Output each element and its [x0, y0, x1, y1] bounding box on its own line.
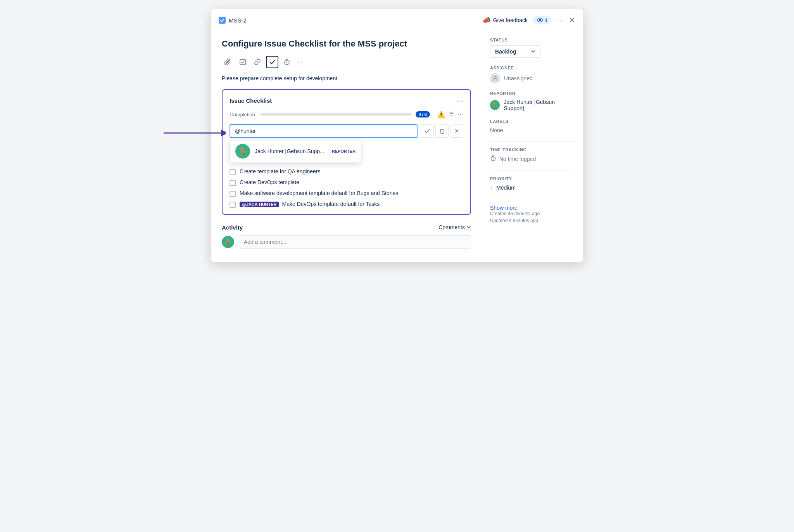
priority-label: PRIORITY — [490, 176, 575, 181]
copy-button[interactable] — [435, 124, 449, 138]
sidebar-divider-3 — [490, 199, 575, 199]
mention-username: Jack Hunter [Gebsun Supp... — [255, 148, 326, 154]
issue-id: MSS-2 — [229, 17, 247, 24]
checklist-icon — [239, 59, 246, 66]
close-button[interactable]: ✕ — [569, 16, 575, 25]
svg-rect-7 — [441, 130, 444, 133]
mention-role-badge: REPORTER — [332, 149, 356, 154]
issue-description: Please prepare complete setup for develo… — [222, 75, 471, 81]
reporter-row: 🦌 Jack Hunter [Gebsun Support] — [490, 99, 575, 111]
activity-section: Activity Comments 🦌 — [222, 224, 471, 249]
timer-icon — [283, 59, 290, 66]
reporter-name: Jack Hunter [Gebsun Support] — [504, 99, 575, 111]
priority-row: ↑ Medium — [490, 184, 575, 191]
checklist-title: Issue Checklist — [230, 97, 272, 104]
checklist-more-button[interactable]: ··· — [457, 96, 463, 105]
item-text-3: Make software development template defau… — [240, 190, 398, 196]
mention-item[interactable]: 🦌 Jack Hunter [Gebsun Supp... REPORTER — [230, 140, 361, 162]
created-meta: Created 46 minutes ago — [490, 211, 575, 216]
item-checkbox-4[interactable] — [230, 202, 236, 208]
time-tracking-section: TIME TRACKING No time logged — [490, 147, 575, 163]
feedback-button[interactable]: 📣 Give feedback — [482, 16, 528, 24]
link-icon — [254, 59, 261, 66]
item-checkbox-1[interactable] — [230, 169, 236, 175]
reporter-label: REPORTER — [490, 91, 575, 96]
modal-body: Configure Issue Checklist for the MSS pr… — [211, 29, 583, 262]
time-value: No time logged — [499, 156, 536, 162]
more-options-button[interactable]: ··· — [557, 16, 563, 25]
item-checkbox-2[interactable] — [230, 180, 236, 186]
filter-icon — [448, 111, 454, 118]
assignee-row: Unassigned — [490, 73, 575, 83]
reporter-section: REPORTER 🦌 Jack Hunter [Gebsun Support] — [490, 91, 575, 111]
completion-icons: ⚠️ ··· — [437, 111, 463, 119]
confirm-button[interactable] — [421, 124, 434, 138]
main-content: Configure Issue Checklist for the MSS pr… — [211, 29, 482, 262]
progress-bar — [260, 113, 411, 116]
toolbar: ··· — [222, 56, 471, 68]
activity-header: Activity Comments — [222, 224, 471, 231]
item-checkbox-3[interactable] — [230, 191, 236, 197]
item-text-1: Create template for QA engineers — [240, 168, 321, 174]
eye-icon — [537, 17, 543, 23]
priority-icon: ↑ — [490, 184, 493, 191]
priority-value: Medium — [496, 185, 516, 191]
input-actions: ✕ — [421, 124, 463, 138]
completion-row: Completion: 0 / 6 ⚠️ — [230, 111, 463, 119]
jack-hunter-tag: @JACK HUNTER — [240, 202, 279, 207]
sidebar-divider — [490, 142, 575, 142]
labels-label: LABELS — [490, 119, 575, 124]
status-dropdown[interactable]: Backlog — [490, 45, 540, 58]
labels-section: LABELS None — [490, 119, 575, 134]
issue-checkbox-icon — [219, 17, 226, 24]
time-row: No time logged — [490, 155, 575, 163]
feedback-label: Give feedback — [493, 17, 528, 23]
checklist-card: Issue Checklist ··· Completion: 0 / 6 ⚠️ — [222, 89, 471, 215]
more-toolbar-button[interactable]: ··· — [295, 56, 308, 68]
paperclip-icon — [224, 59, 231, 66]
checklist-button[interactable] — [236, 56, 249, 68]
completion-label: Completion: — [230, 112, 256, 117]
status-section: STATUS Backlog — [490, 38, 575, 58]
show-more-link[interactable]: Show more — [490, 205, 575, 211]
assignee-avatar — [490, 73, 500, 83]
reporter-avatar: 🦌 — [490, 100, 500, 110]
checkbox-toggle-button[interactable] — [266, 56, 278, 68]
comments-dropdown-button[interactable]: Comments — [438, 224, 471, 230]
activity-input-row: 🦌 — [222, 235, 471, 249]
comment-input[interactable] — [239, 235, 471, 249]
input-row: ✕ — [230, 124, 463, 138]
svg-rect-1 — [240, 59, 245, 65]
updated-meta: Updated 4 minutes ago — [490, 218, 575, 223]
checklist-header: Issue Checklist ··· — [230, 96, 463, 105]
item-text-4: @JACK HUNTER Make DevOps template defaul… — [240, 201, 380, 207]
mention-wrapper: ✕ — [230, 124, 463, 163]
progress-badge: 0 / 6 — [416, 111, 430, 117]
sidebar-divider-2 — [490, 171, 575, 171]
status-value: Backlog — [495, 48, 516, 55]
warning-icon: ⚠️ — [437, 111, 445, 119]
time-label: TIME TRACKING — [490, 147, 575, 152]
item-text-2: Create DevOps template — [240, 179, 299, 185]
cancel-input-button[interactable]: ✕ — [450, 124, 463, 138]
assignee-section: ASSIGNEE Unassigned — [490, 66, 575, 83]
link-button[interactable] — [251, 56, 264, 68]
attach-button[interactable] — [222, 56, 234, 68]
labels-value: None — [490, 127, 503, 133]
current-user-avatar: 🦌 — [222, 236, 234, 248]
comments-label: Comments — [438, 224, 465, 230]
timer-button[interactable] — [281, 56, 293, 68]
header-left: MSS-2 — [219, 17, 247, 24]
checklist-item: Create DevOps template — [230, 179, 463, 186]
clock-icon — [490, 155, 496, 163]
megaphone-icon: 📣 — [482, 16, 491, 24]
checklist-options-icon: ··· — [457, 111, 463, 119]
watchers-badge: 1 — [533, 16, 551, 24]
svg-point-0 — [539, 19, 541, 21]
ellipsis-icon: ··· — [297, 58, 306, 66]
checklist-item: Create template for QA engineers — [230, 168, 463, 175]
check-icon — [269, 59, 275, 65]
status-label: STATUS — [490, 38, 575, 42]
mention-dropdown: 🦌 Jack Hunter [Gebsun Supp... REPORTER — [230, 140, 361, 163]
checklist-input[interactable] — [230, 124, 418, 138]
